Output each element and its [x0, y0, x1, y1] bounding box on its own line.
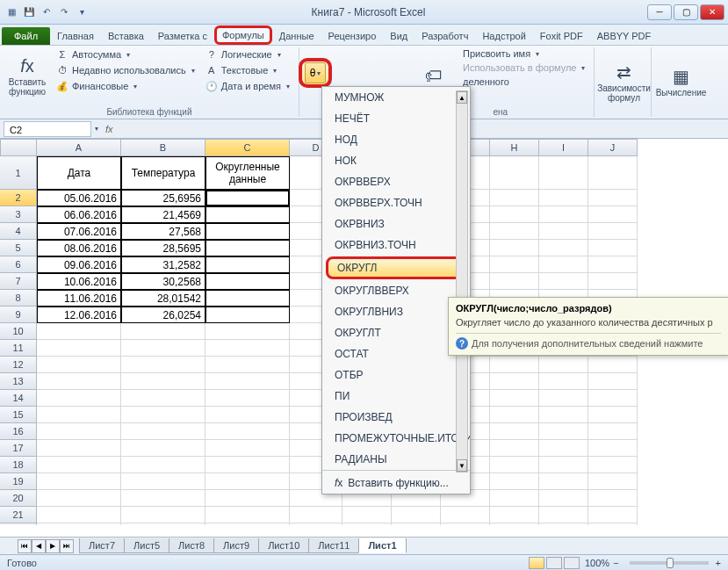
sheet-tab-Лист5[interactable]: Лист5	[124, 538, 169, 553]
cell-A20[interactable]	[37, 490, 121, 507]
text-button[interactable]: AТекстовые	[202, 63, 293, 77]
define-name-button[interactable]: Присвоить имя	[459, 47, 589, 60]
dropdown-item-НОД[interactable]: НОД	[322, 129, 470, 150]
col-header-I[interactable]: I	[539, 139, 588, 156]
row-header-4[interactable]: 4	[0, 223, 37, 240]
cell-I7[interactable]	[539, 273, 588, 290]
col-header-B[interactable]: B	[121, 139, 205, 156]
use-in-formula-button[interactable]: Использовать в формуле	[459, 61, 589, 74]
cell-A11[interactable]	[37, 340, 121, 357]
cell-C12[interactable]	[205, 357, 290, 373]
math-trig-button[interactable]: θ	[305, 62, 326, 83]
cell-I13[interactable]	[539, 373, 588, 390]
cell-C6[interactable]	[205, 256, 290, 273]
cell-C16[interactable]	[205, 423, 290, 440]
dropdown-item-НОК[interactable]: НОК	[322, 150, 470, 171]
cell-B5[interactable]: 28,5695	[121, 240, 205, 256]
zoom-in-button[interactable]: +	[716, 558, 721, 568]
tab-view[interactable]: Вид	[383, 27, 414, 45]
row-header-12[interactable]: 12	[0, 357, 37, 373]
tab-foxit[interactable]: Foxit PDF	[533, 27, 590, 45]
cell-J3[interactable]	[588, 206, 638, 223]
cell-B18[interactable]	[121, 457, 205, 473]
tab-review[interactable]: Рецензиро	[321, 27, 384, 45]
cell-J18[interactable]	[588, 457, 638, 473]
cell-J13[interactable]	[588, 373, 638, 390]
cell-C18[interactable]	[205, 457, 290, 473]
cell-A15[interactable]	[37, 407, 121, 423]
insert-function-menu-item[interactable]: fx Вставить функцию...	[322, 473, 470, 494]
cell-H12[interactable]	[490, 357, 539, 373]
row-header-15[interactable]: 15	[0, 407, 37, 423]
cell-I4[interactable]	[539, 223, 588, 240]
tab-developer[interactable]: Разработч	[414, 27, 475, 45]
undo-icon[interactable]: ↶	[39, 4, 54, 20]
cell-J14[interactable]	[588, 390, 638, 407]
recent-button[interactable]: ⏱Недавно использовались	[53, 63, 198, 77]
cell-B19[interactable]	[121, 473, 205, 490]
sheet-tab-Лист11[interactable]: Лист11	[308, 538, 359, 553]
dropdown-item-ОКРВВЕРХ.ТОЧН[interactable]: ОКРВВЕРХ.ТОЧН	[322, 192, 470, 213]
cell-A3[interactable]: 06.06.2016	[37, 206, 121, 223]
col-header-J[interactable]: J	[588, 139, 638, 156]
cell-H1[interactable]	[490, 156, 539, 190]
sheet-nav-first[interactable]: ⏮	[18, 539, 32, 553]
tab-insert[interactable]: Вставка	[101, 27, 151, 45]
cell-C9[interactable]	[205, 307, 290, 323]
tab-layout[interactable]: Разметка с	[151, 27, 214, 45]
cell-D21[interactable]	[290, 507, 342, 523]
tab-home[interactable]: Главная	[50, 27, 101, 45]
cell-H22[interactable]	[490, 523, 539, 525]
cell-I20[interactable]	[539, 490, 588, 507]
cell-B2[interactable]: 25,6956	[121, 190, 205, 206]
cell-I2[interactable]	[539, 190, 588, 206]
cell-A12[interactable]	[37, 357, 121, 373]
cell-I18[interactable]	[539, 457, 588, 473]
name-box[interactable]: C2	[4, 121, 91, 137]
from-selection-button[interactable]: деленного	[459, 76, 589, 88]
cell-H16[interactable]	[490, 423, 539, 440]
qat-more-icon[interactable]: ▾	[74, 4, 90, 20]
cell-B13[interactable]	[121, 373, 205, 390]
col-header-H[interactable]: H	[490, 139, 539, 156]
cell-B1[interactable]: Температура	[121, 156, 205, 190]
col-header-C[interactable]: C	[205, 139, 290, 156]
cell-H21[interactable]	[490, 507, 539, 523]
cell-A22[interactable]	[37, 523, 121, 525]
row-header-10[interactable]: 10	[0, 323, 37, 340]
zoom-slider[interactable]	[630, 561, 709, 565]
cell-B20[interactable]	[121, 490, 205, 507]
dropdown-item-ОКРВВЕРХ[interactable]: ОКРВВЕРХ	[322, 171, 470, 192]
cell-J15[interactable]	[588, 407, 638, 423]
cell-I12[interactable]	[539, 357, 588, 373]
cell-B17[interactable]	[121, 440, 205, 457]
cell-A1[interactable]: Дата	[37, 156, 121, 190]
row-header-16[interactable]: 16	[0, 423, 37, 440]
dropdown-item-ОКРВНИЗ[interactable]: ОКРВНИЗ	[322, 213, 470, 234]
cell-I16[interactable]	[539, 423, 588, 440]
cell-B8[interactable]: 28,01542	[121, 290, 205, 307]
cell-C19[interactable]	[205, 473, 290, 490]
fx-icon[interactable]: fx	[98, 124, 120, 134]
logical-button[interactable]: ?Логические	[202, 47, 293, 61]
row-header-13[interactable]: 13	[0, 373, 37, 390]
cell-I17[interactable]	[539, 440, 588, 457]
cell-A19[interactable]	[37, 473, 121, 490]
cell-C4[interactable]	[205, 223, 290, 240]
dropdown-item-МУМНОЖ[interactable]: МУМНОЖ	[322, 87, 470, 108]
tab-addins[interactable]: Надстрой	[475, 27, 532, 45]
cell-A7[interactable]: 10.06.2016	[37, 273, 121, 290]
view-pagebreak[interactable]	[564, 557, 580, 569]
col-header-A[interactable]: A	[37, 139, 121, 156]
row-header-1[interactable]: 1	[0, 156, 37, 190]
dropdown-item-ОКРВНИЗ.ТОЧН[interactable]: ОКРВНИЗ.ТОЧН	[322, 234, 470, 256]
cell-C8[interactable]	[205, 290, 290, 307]
cell-H15[interactable]	[490, 407, 539, 423]
cell-H20[interactable]	[490, 490, 539, 507]
row-header-8[interactable]: 8	[0, 290, 37, 307]
cell-J4[interactable]	[588, 223, 638, 240]
row-header-11[interactable]: 11	[0, 340, 37, 357]
cell-A14[interactable]	[37, 390, 121, 407]
cell-C21[interactable]	[205, 507, 290, 523]
cell-J22[interactable]	[588, 523, 638, 525]
